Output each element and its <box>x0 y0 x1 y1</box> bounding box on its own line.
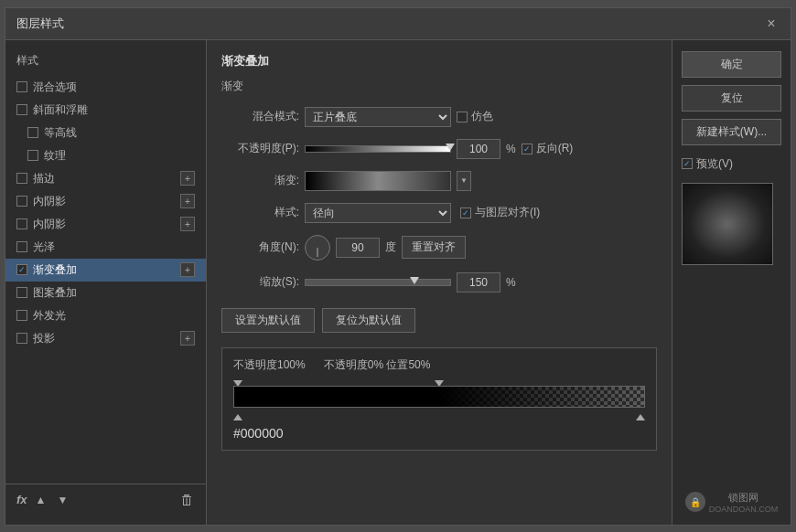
style-row: 样式: 径向 与图层对齐(I) <box>221 203 657 223</box>
sidebar-item-stroke[interactable]: 描边 + <box>5 167 206 190</box>
layer-style-dialog: 图层样式 × 样式 混合选项 斜面和浮雕 等高线 <box>5 7 791 526</box>
dialog-title: 图层样式 <box>16 16 64 32</box>
opacity-slider-track[interactable] <box>305 145 451 153</box>
reset-default-button[interactable]: 复位为默认值 <box>322 308 415 333</box>
stop2-label: 不透明度0% 位置50% <box>324 357 431 373</box>
color-value: #000000 <box>233 426 645 441</box>
drop-shadow-checkbox[interactable] <box>16 333 27 344</box>
sidebar-item-outer-glow[interactable]: 外发光 <box>5 304 206 327</box>
watermark-logo: 🔒 <box>685 492 705 512</box>
blend-options-checkbox[interactable] <box>16 81 27 92</box>
blend-mode-select[interactable]: 正片叠底 <box>305 107 451 127</box>
drop-shadow-add-button[interactable]: + <box>180 331 195 346</box>
reverse-checkbox-label[interactable]: 反向(R) <box>522 141 574 156</box>
opacity-label: 不透明度(P): <box>221 141 299 156</box>
dial-line <box>317 248 318 257</box>
gradient-overlay-label: 渐变叠加 <box>33 262 77 278</box>
contour-checkbox[interactable] <box>27 127 38 138</box>
svg-rect-5 <box>183 505 190 505</box>
texture-label: 纹理 <box>44 148 66 164</box>
svg-rect-1 <box>184 495 189 496</box>
svg-rect-3 <box>187 497 188 505</box>
gradient-bar[interactable] <box>233 386 645 408</box>
opacity-slider-thumb[interactable] <box>446 144 455 151</box>
new-style-button[interactable]: 新建样式(W)... <box>682 119 781 145</box>
angle-row: 角度(N): 90 度 重置对齐 <box>221 235 657 261</box>
gradient-dropdown-btn[interactable]: ▼ <box>457 171 471 191</box>
inner-shadow-2-checkbox[interactable] <box>16 218 27 229</box>
watermark: 🔒 锁图网 DOANDOAN.COM <box>682 491 781 514</box>
move-down-button[interactable]: ▼ <box>55 492 71 508</box>
pattern-overlay-checkbox[interactable] <box>16 287 27 298</box>
dither-checkbox[interactable] <box>457 112 468 122</box>
stop-bottom-left-arrow[interactable] <box>233 414 242 420</box>
reverse-checkbox[interactable] <box>522 144 532 154</box>
set-default-button[interactable]: 设置为默认值 <box>221 308 315 333</box>
stroke-checkbox[interactable] <box>16 173 27 184</box>
align-layer-checkbox-label[interactable]: 与图层对齐(I) <box>460 205 540 220</box>
sidebar-item-texture[interactable]: 纹理 <box>5 144 206 167</box>
opacity-input[interactable]: 100 <box>457 139 500 159</box>
blend-mode-label: 混合模式: <box>221 109 299 124</box>
align-layer-checkbox[interactable] <box>460 207 471 218</box>
reset-align-button[interactable]: 重置对齐 <box>402 236 466 259</box>
right-panel: 确定 复位 新建样式(W)... 预览(V) 🔒 锁图网 DOANDOAN.CO… <box>672 40 791 525</box>
opacity-slider-container <box>305 145 451 153</box>
gradient-row: 渐变: ▼ <box>221 171 657 191</box>
stop-bottom-right-arrow[interactable] <box>636 414 645 420</box>
opacity-unit: % <box>506 143 516 155</box>
inner-shadow-2-add-button[interactable]: + <box>180 217 195 231</box>
gloss-label: 光泽 <box>33 239 55 255</box>
svg-rect-0 <box>182 496 191 497</box>
gradient-swatch[interactable] <box>305 171 451 191</box>
angle-dial[interactable] <box>305 235 330 261</box>
gradient-bar-container <box>233 386 645 408</box>
sidebar-item-inner-shadow-1[interactable]: 内阴影 + <box>5 190 206 213</box>
scale-slider-track[interactable] <box>305 279 451 286</box>
blend-mode-row: 混合模式: 正片叠底 仿色 <box>221 107 657 127</box>
top-arrows-container <box>233 378 645 386</box>
scale-row: 缩放(S): 150 % <box>221 272 657 293</box>
sidebar-item-bevel[interactable]: 斜面和浮雕 <box>5 99 206 122</box>
delete-button[interactable] <box>178 492 195 508</box>
contour-label: 等高线 <box>44 125 77 141</box>
gradient-overlay-checkbox[interactable] <box>16 264 27 275</box>
scale-slider-container <box>305 279 451 286</box>
preview-checkbox[interactable] <box>682 158 693 169</box>
stop1-label: 不透明度100% <box>233 357 306 373</box>
sidebar-item-drop-shadow[interactable]: 投影 + <box>5 327 206 350</box>
style-select[interactable]: 径向 <box>305 203 451 223</box>
preview-box <box>682 183 773 265</box>
dither-checkbox-label[interactable]: 仿色 <box>457 109 493 124</box>
reset-button[interactable]: 复位 <box>682 85 781 112</box>
stroke-add-button[interactable]: + <box>180 171 195 186</box>
sidebar-item-pattern-overlay[interactable]: 图案叠加 <box>5 282 206 304</box>
svg-rect-2 <box>183 497 184 505</box>
styles-label: 样式 <box>5 49 206 76</box>
pattern-overlay-label: 图案叠加 <box>33 285 77 301</box>
dither-label: 仿色 <box>471 109 493 124</box>
sidebar-item-contour[interactable]: 等高线 <box>5 122 206 144</box>
sidebar-item-inner-shadow-2[interactable]: 内阴影 + <box>5 213 206 236</box>
inner-shadow-1-checkbox[interactable] <box>16 196 27 207</box>
inner-shadow-1-add-button[interactable]: + <box>180 194 195 208</box>
inner-shadow-1-label: 内阴影 <box>33 194 66 209</box>
sidebar-item-gloss[interactable]: 光泽 <box>5 236 206 259</box>
preview-checkbox-label[interactable]: 预览(V) <box>682 156 781 172</box>
style-list: 混合选项 斜面和浮雕 等高线 纹理 <box>5 76 206 484</box>
texture-checkbox[interactable] <box>27 150 38 161</box>
close-button[interactable]: × <box>763 16 780 32</box>
confirm-button[interactable]: 确定 <box>682 51 781 78</box>
scale-unit: % <box>506 276 516 289</box>
sidebar-item-gradient-overlay[interactable]: 渐变叠加 + <box>5 259 206 282</box>
gradient-overlay-add-button[interactable]: + <box>180 262 195 277</box>
sidebar-item-blend-options[interactable]: 混合选项 <box>5 76 206 99</box>
angle-input[interactable]: 90 <box>336 238 380 258</box>
scale-input[interactable]: 150 <box>457 272 500 293</box>
gloss-checkbox[interactable] <box>16 241 27 252</box>
outer-glow-checkbox[interactable] <box>16 310 27 321</box>
move-up-button[interactable]: ▲ <box>33 492 49 508</box>
bevel-checkbox[interactable] <box>16 104 27 115</box>
drop-shadow-label: 投影 <box>33 331 55 346</box>
scale-slider-thumb[interactable] <box>410 277 419 284</box>
